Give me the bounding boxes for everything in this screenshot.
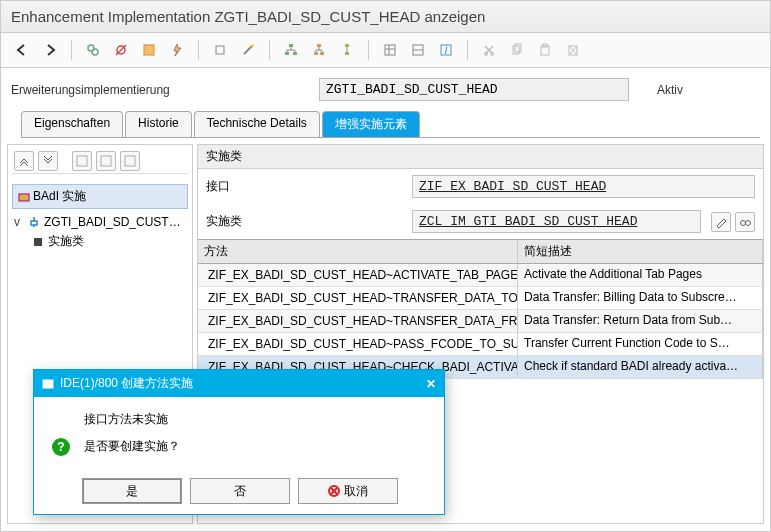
svg-rect-27 [125,156,135,166]
method-table: 方法 简短描述 ZIF_EX_BADI_SD_CUST_HEAD~ACTIVAT… [198,239,763,379]
svg-point-5 [251,45,254,48]
svg-rect-13 [345,52,349,55]
hierarchy-3-icon[interactable] [336,39,358,61]
col-desc-header: 简短描述 [518,240,763,263]
cell-method: ZIF_EX_BADI_SD_CUST_HEAD~PASS_FCODE_TO_S… [198,333,518,355]
window-title: Enhancement Implementation ZGTI_BADI_SD_… [1,1,770,33]
table-row[interactable]: ZIF_EX_BADI_SD_CUST_HEAD~TRANSFER_DATA_T… [198,287,763,310]
table-row[interactable]: ZIF_EX_BADI_SD_CUST_HEAD~TRANSFER_DATA_F… [198,310,763,333]
cell-method: ZIF_EX_BADI_SD_CUST_HEAD~TRANSFER_DATA_F… [198,310,518,332]
svg-rect-20 [513,46,519,54]
svg-rect-28 [19,194,29,201]
paste-icon[interactable] [534,39,556,61]
tool-1-icon[interactable] [72,151,92,171]
tab-history[interactable]: Historie [125,111,192,137]
svg-point-31 [746,220,751,225]
main-toolbar: i [1,33,770,68]
forward-icon[interactable] [39,39,61,61]
sidebar-toolbar [12,149,188,174]
tab-tech-details[interactable]: Technische Details [194,111,320,137]
tree-child-label: 实施类 [48,233,84,250]
tree-root-label: ZGTI_BADI_SD_CUST… [44,215,181,229]
copy-icon[interactable] [506,39,528,61]
cell-desc: Activate the Additional Tab Pages [518,264,763,286]
delete-paste-icon[interactable] [562,39,584,61]
svg-point-1 [92,49,98,55]
info-icon[interactable]: i [435,39,457,61]
cancel-button[interactable]: 取消 [298,478,398,504]
svg-rect-6 [289,44,293,47]
cell-method: ZIF_EX_BADI_SD_CUST_HEAD~ACTIVATE_TAB_PA… [198,264,518,286]
tab-properties[interactable]: Eigenschaften [21,111,123,137]
cut-icon[interactable] [478,39,500,61]
table-row[interactable]: ZIF_EX_BADI_SD_CUST_HEAD~PASS_FCODE_TO_S… [198,333,763,356]
sidebar-header: BAdI 实施 [12,184,188,209]
svg-rect-3 [144,45,154,55]
table-row[interactable]: ZIF_EX_BADI_SD_CUST_HEAD~ACTIVATE_TAB_PA… [198,264,763,287]
sidebar-header-label: BAdI 实施 [33,188,86,205]
cell-desc: Data Transfer: Billing Data to Subscre… [518,287,763,309]
interface-label: 接口 [206,178,406,195]
layout-1-icon[interactable] [379,39,401,61]
expand-all-icon[interactable] [38,151,58,171]
group-header: 实施类 [198,145,763,169]
dialog-line2: 是否要创建实施？ [84,438,180,455]
svg-rect-32 [43,380,53,388]
impl-input[interactable] [319,78,629,101]
no-button[interactable]: 否 [190,478,290,504]
glasses-icon[interactable] [735,212,755,232]
dialog-line1: 接口方法未实施 [84,411,426,428]
svg-rect-25 [77,156,87,166]
cell-desc: Data Transfer: Return Data from Sub… [518,310,763,332]
svg-rect-21 [515,44,521,52]
hierarchy-2-icon[interactable] [308,39,330,61]
where-used-icon[interactable] [209,39,231,61]
tab-enh-elements[interactable]: 增强实施元素 [322,111,420,137]
form-row-impl: Erweiterungsimplementierung Aktiv [1,68,770,105]
edit-icon[interactable] [711,212,731,232]
tree-child[interactable]: 实施类 [14,231,188,252]
svg-rect-9 [317,44,321,47]
layout-2-icon[interactable] [407,39,429,61]
hierarchy-1-icon[interactable] [280,39,302,61]
svg-rect-14 [385,45,395,55]
svg-rect-7 [285,52,289,55]
plug-icon [28,216,40,228]
cell-desc: Transfer Current Function Code to S… [518,333,763,355]
tool-3-icon[interactable] [120,151,140,171]
tool-2-icon[interactable] [96,151,116,171]
cancel-label: 取消 [344,483,368,500]
cell-desc: Check if standard BADI already activa… [518,356,763,378]
tree-root[interactable]: v ZGTI_BADI_SD_CUST… [14,213,188,231]
col-method-header: 方法 [198,240,518,263]
back-icon[interactable] [11,39,33,61]
check-icon[interactable] [138,39,160,61]
svg-rect-4 [216,46,224,54]
dialog-titlebar: IDE(1)/800 创建方法实施 ✕ [34,370,444,397]
close-icon[interactable]: ✕ [426,377,436,391]
wizard-icon[interactable] [237,39,259,61]
other-object-icon[interactable] [110,39,132,61]
create-method-dialog: IDE(1)/800 创建方法实施 ✕ 接口方法未实施 ? 是否要创建实施？ 是… [33,369,445,515]
dialog-icon [42,378,54,390]
cancel-icon [328,485,340,497]
svg-text:i: i [445,43,448,57]
svg-rect-10 [314,52,318,55]
class-input[interactable] [412,210,701,233]
collapse-all-icon[interactable] [14,151,34,171]
svg-rect-12 [345,44,349,47]
svg-rect-26 [101,156,111,166]
class-label: 实施类 [206,213,406,230]
impl-label: Erweiterungsimplementierung [11,83,311,97]
svg-rect-29 [34,238,42,246]
tree-toggle-icon[interactable]: v [14,215,24,229]
tree: v ZGTI_BADI_SD_CUST… 实施类 [12,213,188,252]
display-toggle-icon[interactable] [82,39,104,61]
interface-input[interactable] [412,175,755,198]
folder-icon [18,191,30,203]
svg-rect-8 [293,52,297,55]
activate-icon[interactable] [166,39,188,61]
yes-button[interactable]: 是 [82,478,182,504]
impl-status: Aktiv [657,83,683,97]
question-icon: ? [52,438,70,456]
